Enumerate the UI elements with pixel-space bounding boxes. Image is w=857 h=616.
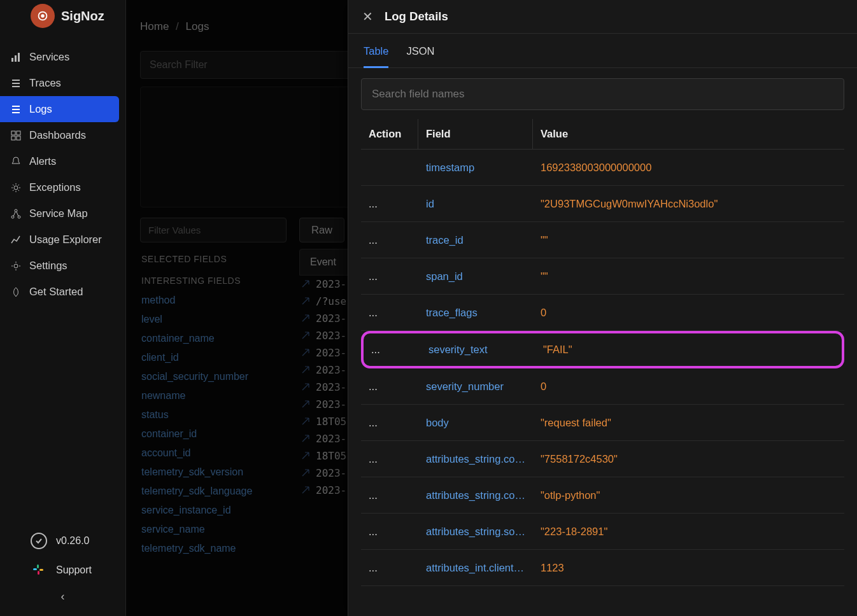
version-text: v0.26.0 [56, 535, 89, 547]
details-table: Action Field Value timestamp169233800300… [361, 119, 844, 586]
gear-icon [10, 182, 22, 193]
row-value: "FAIL" [535, 333, 842, 366]
row-field[interactable]: body [418, 407, 533, 439]
row-field[interactable]: severity_number [418, 370, 533, 403]
sidebar-item-label: Alerts [29, 155, 56, 167]
check-circle-icon [31, 533, 47, 549]
row-value: "7558172c4530" [533, 443, 844, 475]
svg-rect-17 [38, 571, 39, 575]
sidebar-item-label: Get Started [29, 286, 83, 298]
sidebar-item-label: Logs [29, 103, 52, 115]
row-value: "223-18-2891" [533, 515, 844, 548]
line-chart-icon [10, 234, 22, 246]
svg-rect-15 [39, 569, 43, 571]
sidebar-item-dashboards[interactable]: Dashboards [0, 122, 125, 148]
close-icon[interactable]: ✕ [362, 9, 373, 24]
brand-name: SigNoz [61, 9, 104, 24]
svg-rect-8 [17, 136, 20, 140]
table-row: ...attributes_string.social_se"223-18-28… [361, 514, 844, 550]
table-row: ...severity_number0 [361, 368, 844, 405]
drawer-body: Action Field Value timestamp169233800300… [348, 68, 857, 616]
row-action[interactable]: ... [361, 260, 418, 293]
field-search-input[interactable] [361, 78, 844, 110]
row-action [361, 157, 418, 178]
svg-rect-4 [18, 53, 20, 62]
row-action[interactable]: ... [361, 479, 418, 512]
row-action[interactable]: ... [361, 552, 418, 584]
row-action[interactable]: ... [364, 333, 421, 366]
row-value: 1692338003000000000 [533, 151, 844, 184]
sidebar: SigNoz Services Traces Logs Dashboards A… [0, 0, 126, 616]
row-field[interactable]: attributes_int.client_id ... [418, 552, 533, 584]
svg-rect-3 [15, 55, 17, 62]
sidebar-item-alerts[interactable]: Alerts [0, 148, 125, 174]
table-row: ...span_id"" [361, 258, 844, 295]
sidebar-item-label: Service Map [29, 207, 88, 220]
row-field[interactable]: attributes_string.social_se [418, 515, 533, 548]
row-action[interactable]: ... [361, 224, 418, 256]
slack-icon [31, 562, 47, 578]
nav: Services Traces Logs Dashboards Alerts E… [0, 44, 125, 305]
sidebar-item-logs[interactable]: Logs [0, 96, 119, 122]
row-field[interactable]: severity_text [421, 333, 535, 366]
sidebar-item-label: Dashboards [29, 129, 86, 141]
table-row: timestamp1692338003000000000 [361, 150, 844, 186]
support-row[interactable]: Support [10, 556, 115, 585]
sidebar-item-label: Usage Explorer [29, 234, 102, 246]
sidebar-item-services[interactable]: Services [0, 44, 125, 70]
table-row: ...id"2U93TMGCugW0mwIYAHccNi3odlo" [361, 186, 844, 222]
sidebar-item-usage-explorer[interactable]: Usage Explorer [0, 227, 125, 253]
sidebar-item-get-started[interactable]: Get Started [0, 279, 125, 305]
drawer-title: Log Details [385, 10, 448, 24]
svg-point-9 [14, 186, 18, 190]
sidebar-item-settings[interactable]: Settings [0, 253, 125, 279]
row-action[interactable]: ... [361, 370, 418, 403]
table-row: ...attributes_string.containe"otlp-pytho… [361, 477, 844, 514]
bell-icon [10, 156, 22, 167]
table-row: ...attributes_string.containe"7558172c45… [361, 441, 844, 477]
svg-rect-2 [11, 58, 13, 62]
row-field[interactable]: span_id [418, 260, 533, 293]
sidebar-item-traces[interactable]: Traces [0, 70, 125, 96]
sidebar-bottom: v0.26.0 Support ‹ [0, 526, 125, 603]
row-field[interactable]: trace_flags [418, 297, 533, 329]
row-field[interactable]: attributes_string.containe [418, 479, 533, 512]
table-head: Action Field Value [361, 119, 844, 150]
svg-rect-5 [11, 131, 15, 135]
row-action[interactable]: ... [361, 515, 418, 548]
row-field[interactable]: trace_id [418, 224, 533, 256]
row-value: 1123 [533, 552, 844, 584]
sidebar-collapse[interactable]: ‹ [10, 590, 115, 603]
brand-logo [31, 4, 55, 28]
row-field[interactable]: attributes_string.containe [418, 443, 533, 475]
support-text: Support [56, 564, 92, 576]
bar-chart-icon [10, 52, 22, 63]
row-field[interactable]: timestamp [418, 151, 533, 184]
list-icon [10, 104, 22, 115]
log-details-drawer: ✕ Log Details Table JSON Action Field Va… [348, 0, 857, 616]
drawer-header: ✕ Log Details [348, 0, 857, 34]
svg-rect-16 [37, 564, 39, 568]
gear-icon [10, 260, 22, 272]
row-value: "2U93TMGCugW0mwIYAHccNi3odlo" [533, 188, 844, 220]
col-action: Action [361, 119, 418, 150]
sidebar-item-exceptions[interactable]: Exceptions [0, 174, 125, 200]
tab-json[interactable]: JSON [406, 45, 434, 67]
row-action[interactable]: ... [361, 407, 418, 439]
svg-point-1 [41, 14, 45, 18]
row-action[interactable]: ... [361, 297, 418, 329]
row-value: "otlp-python" [533, 479, 844, 512]
rocket-icon [10, 286, 22, 298]
col-field: Field [418, 119, 533, 150]
row-field[interactable]: id [418, 188, 533, 220]
row-value: 0 [533, 370, 844, 403]
sidebar-item-service-map[interactable]: Service Map [0, 200, 125, 227]
row-value: "" [533, 260, 844, 293]
row-action[interactable]: ... [361, 443, 418, 475]
row-action[interactable]: ... [361, 188, 418, 220]
tab-table[interactable]: Table [364, 45, 388, 68]
graph-icon [10, 208, 22, 220]
row-value: 0 [533, 297, 844, 329]
brand: SigNoz [0, 0, 125, 35]
dashboard-icon [10, 130, 22, 141]
